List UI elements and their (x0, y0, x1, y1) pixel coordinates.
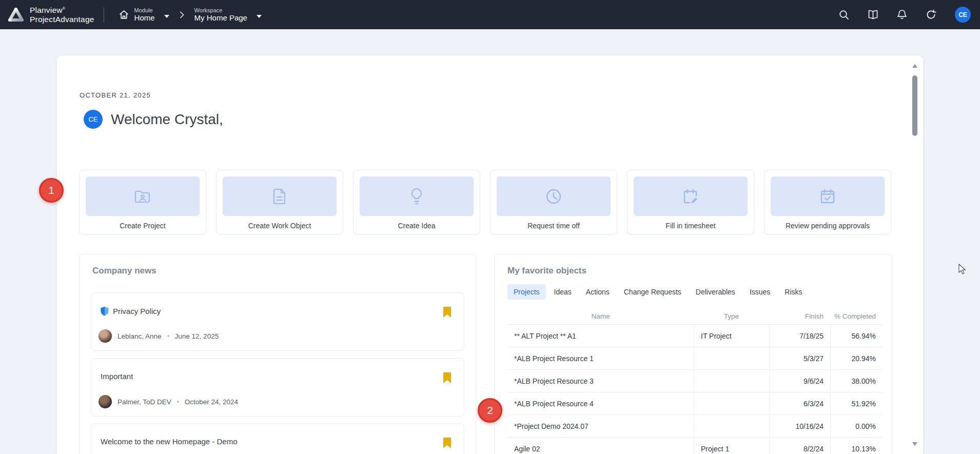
calendar-check-icon (819, 188, 836, 205)
news-title: Privacy Policy (113, 307, 161, 315)
table-row[interactable]: *Project Demo 2024.07 10/16/24 0.00% (507, 415, 883, 438)
favorites-tabs: Projects Ideas Actions Change Requests D… (507, 284, 809, 300)
navbar-actions: CE (839, 7, 980, 23)
annotation-badge-2: 2 (478, 398, 502, 423)
tab-deliverables[interactable]: Deliverables (690, 284, 741, 300)
workspace-switcher[interactable]: Workspace My Home Page (191, 5, 265, 25)
cell-finish: 6/3/24 (769, 392, 830, 414)
page-title: Welcome Crystal, (111, 111, 223, 128)
cell-type (694, 392, 769, 414)
refresh-button[interactable] (926, 9, 936, 20)
cell-type (694, 347, 769, 369)
favorite-objects-panel: My favorite objects Projects Ideas Actio… (494, 254, 892, 454)
cell-name: ** ALT Project ** A1 (507, 325, 694, 347)
author-name: Palmer, ToD DEV (117, 398, 171, 406)
cell-type: Project 1 (694, 438, 769, 454)
author-name: Leblanc, Anne (117, 332, 162, 340)
news-item-privacy-policy[interactable]: Privacy Policy Leblanc, Anne June 12, 20… (91, 292, 464, 351)
cell-finish: 9/6/24 (769, 370, 830, 392)
create-project-card[interactable]: Create Project (79, 170, 206, 234)
cell-name: Agile 02 (507, 438, 694, 454)
book-icon (868, 10, 878, 19)
notifications-button[interactable] (897, 9, 907, 20)
cell-name: *Project Demo 2024.07 (507, 415, 694, 437)
action-label: Create Project (86, 222, 200, 230)
vertical-scrollbar[interactable] (911, 58, 919, 451)
cell-finish: 10/16/24 (769, 415, 830, 437)
scroll-up-icon[interactable] (912, 64, 918, 69)
tab-change-requests[interactable]: Change Requests (618, 284, 688, 300)
author-avatar (99, 395, 112, 408)
clock-icon (545, 188, 562, 205)
search-button[interactable] (839, 10, 849, 20)
cell-type (694, 370, 769, 392)
column-header-type[interactable]: Type (694, 308, 769, 324)
action-label: Fill in timesheet (634, 222, 748, 230)
dot-separator (167, 335, 169, 337)
cell-completed: 10.13% (830, 438, 883, 454)
chevron-down-icon (257, 15, 262, 18)
help-docs-button[interactable] (868, 10, 878, 19)
quick-actions-row: Create Project Create Work Object (79, 170, 891, 234)
tab-issues[interactable]: Issues (743, 284, 776, 300)
bookmark-icon[interactable] (443, 307, 451, 318)
cell-finish: 7/18/25 (769, 325, 830, 347)
company-news-panel: Company news Privacy Policy Leblanc, Ann… (79, 254, 476, 454)
table-row[interactable]: ** ALT Project ** A1 IT Project 7/18/25 … (507, 325, 883, 347)
bookmark-icon[interactable] (443, 372, 451, 383)
create-idea-card[interactable]: Create Idea (353, 170, 480, 234)
table-row[interactable]: Agile 02 Project 1 8/2/24 10.13% (507, 438, 883, 454)
planview-brand[interactable]: Planview® ProjectAdvantage (0, 6, 104, 24)
scrollbar-thumb[interactable] (912, 75, 917, 136)
lightbulb-icon (410, 188, 423, 205)
request-time-off-card[interactable]: Request time off (490, 170, 617, 234)
tab-risks[interactable]: Risks (778, 284, 808, 300)
brand-line-2: ProjectAdvantage (30, 15, 94, 24)
welcome-header: CE Welcome Crystal, (84, 110, 223, 129)
user-avatar[interactable]: CE (955, 7, 971, 23)
table-row[interactable]: *ALB Project Resource 1 5/3/27 20.94% (507, 347, 883, 370)
review-pending-approvals-card[interactable]: Review pending approvals (764, 170, 891, 234)
table-header-row: Name Type Finish % Completed (507, 308, 883, 325)
cell-name: *ALB Project Resource 3 (507, 370, 694, 392)
scroll-down-icon[interactable] (912, 441, 918, 446)
mouse-cursor (958, 264, 969, 275)
action-label: Request time off (497, 222, 611, 230)
home-page-card: OCTOBER 21, 2025 CE Welcome Crystal, Cre… (56, 55, 924, 454)
tab-actions[interactable]: Actions (580, 284, 616, 300)
top-navbar: Planview® ProjectAdvantage Module Home W… (0, 0, 980, 29)
company-news-title: Company news (92, 266, 156, 276)
planview-triangle-icon (7, 7, 25, 23)
column-header-name[interactable]: Name (507, 308, 694, 324)
chevron-right-icon (180, 11, 184, 18)
cell-name: *ALB Project Resource 1 (507, 347, 694, 369)
column-header-completed[interactable]: % Completed (830, 308, 883, 324)
annotation-badge-1: 1 (39, 178, 64, 203)
tab-ideas[interactable]: Ideas (548, 284, 578, 300)
news-item-important[interactable]: Important Palmer, ToD DEV October 24, 20… (91, 358, 464, 417)
table-row[interactable]: *ALB Project Resource 3 9/6/24 38.00% (507, 370, 883, 392)
fill-in-timesheet-card[interactable]: Fill in timesheet (627, 170, 754, 234)
news-title: Welcome to the new Homepage - Demo (101, 437, 238, 446)
folder-user-icon (134, 189, 151, 204)
refresh-icon (926, 9, 936, 20)
module-value: Home (134, 13, 155, 22)
news-date: June 12, 2025 (175, 332, 219, 340)
table-row[interactable]: *ALB Project Resource 4 6/3/24 51.92% (507, 392, 883, 415)
cell-completed: 38.00% (830, 370, 883, 392)
today-date: OCTOBER 21, 2025 (80, 91, 151, 99)
favorite-objects-title: My favorite objects (507, 266, 586, 276)
column-header-finish[interactable]: Finish (769, 308, 830, 324)
news-date: October 24, 2024 (185, 398, 238, 406)
news-item-welcome-homepage[interactable]: Welcome to the new Homepage - Demo (91, 423, 464, 454)
module-switcher[interactable]: Module Home (115, 5, 172, 25)
cell-completed: 0.00% (830, 415, 883, 437)
author-avatar (99, 329, 112, 343)
tab-projects[interactable]: Projects (507, 284, 546, 300)
bookmark-icon[interactable] (443, 438, 451, 448)
favorites-table: Name Type Finish % Completed ** ALT Proj… (507, 308, 883, 454)
create-work-object-card[interactable]: Create Work Object (216, 170, 343, 234)
chevron-down-icon (164, 15, 169, 18)
module-label: Module (134, 7, 155, 14)
avatar: CE (84, 110, 103, 129)
